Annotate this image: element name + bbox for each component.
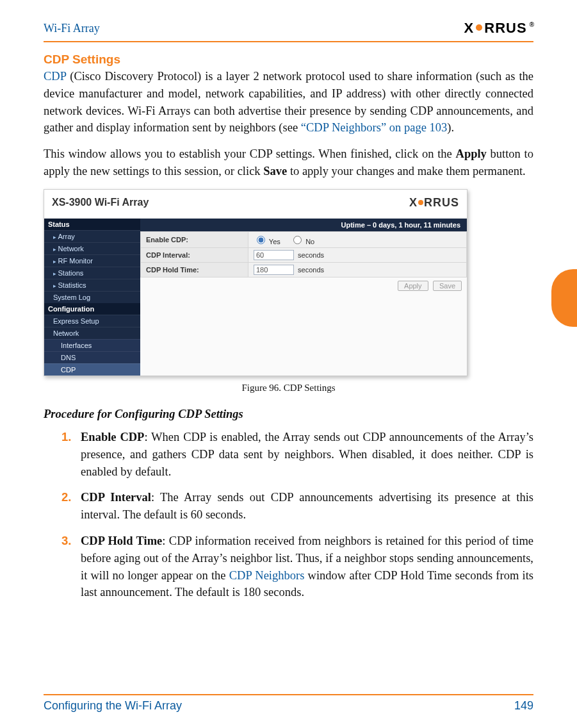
nav-status-header: Status <box>44 219 140 230</box>
apply-word: Apply <box>456 147 487 160</box>
save-button[interactable]: Save <box>433 281 462 291</box>
settings-table: Enable CDP: Yes No CDP Interval: <box>140 231 467 277</box>
nav-item-rfmonitor[interactable]: RF Monitor <box>44 254 140 267</box>
intro-text-1a: (Cisco Discovery Protocol) is a layer 2 … <box>44 70 533 134</box>
screenshot-titlebar: XS-3900 Wi-Fi Array X RRUS <box>44 190 467 219</box>
window-title: XS-3900 Wi-Fi Array <box>52 197 149 208</box>
nav-item-array[interactable]: Array <box>44 230 140 242</box>
intro-text-1b: ). <box>447 121 454 134</box>
step-3-link[interactable]: CDP Neighbors <box>229 569 305 582</box>
step-1: Enable CDP: When CDP is enabled, the Arr… <box>61 429 533 480</box>
step-2: CDP Interval: The Array sends out CDP an… <box>61 489 533 524</box>
step-1-text: : When CDP is enabled, the Array sends o… <box>81 431 533 478</box>
footer-left: Configuring the Wi-Fi Array <box>44 699 182 713</box>
page-number: 149 <box>514 699 533 713</box>
label-cdp-interval: CDP Interval: <box>141 247 248 262</box>
footer-row: Configuring the Wi-Fi Array 149 <box>44 699 533 713</box>
unit-cdp-interval: seconds <box>298 251 324 259</box>
input-cdp-interval[interactable] <box>254 250 294 260</box>
nav-item-systemlog[interactable]: System Log <box>44 291 140 303</box>
brand-letters: RRUS <box>484 20 526 37</box>
shot-brand-x: X <box>409 196 418 210</box>
input-cdp-hold[interactable] <box>254 265 294 275</box>
page: Wi-Fi Array X RRUS ® CDP Settings CDP (C… <box>0 0 577 728</box>
figure-caption: Figure 96. CDP Settings <box>44 383 533 393</box>
row-enable-cdp: Enable CDP: Yes No <box>141 231 467 247</box>
nav-item-network[interactable]: Network <box>44 242 140 254</box>
value-cdp-hold: seconds <box>248 262 466 277</box>
page-footer: Configuring the Wi-Fi Array 149 <box>44 694 533 713</box>
nav-sidebar: Status Array Network RF Monitor Stations… <box>44 219 140 376</box>
label-cdp-hold: CDP Hold Time: <box>141 262 248 277</box>
nav-sub-cdp[interactable]: CDP <box>44 363 140 376</box>
thumb-tab <box>551 269 577 327</box>
shot-brand-r: RRUS <box>424 196 459 210</box>
radio-no[interactable] <box>293 236 302 244</box>
radio-yes[interactable] <box>257 236 265 244</box>
cdp-link[interactable]: CDP <box>44 70 66 83</box>
shot-brand-dot-icon <box>418 200 423 205</box>
radio-no-label: No <box>305 238 314 245</box>
brand-logo: X RRUS ® <box>464 20 533 37</box>
brand-letter-x: X <box>464 20 475 37</box>
value-enable-cdp: Yes No <box>248 231 466 247</box>
nav-item-statistics[interactable]: Statistics <box>44 279 140 291</box>
row-cdp-interval: CDP Interval: seconds <box>141 247 467 262</box>
row-cdp-hold: CDP Hold Time: seconds <box>141 262 467 277</box>
step-3-title: CDP Hold Time <box>81 534 162 547</box>
value-cdp-interval: seconds <box>248 247 466 262</box>
radio-yes-label: Yes <box>269 238 280 245</box>
procedure-list: Enable CDP: When CDP is enabled, the Arr… <box>44 429 533 601</box>
screenshot: XS-3900 Wi-Fi Array X RRUS Status Array … <box>44 189 467 376</box>
p2-a: This window allows you to establish your… <box>44 147 456 160</box>
step-1-title: Enable CDP <box>81 431 144 443</box>
p2-c: to apply your changes and make them perm… <box>287 165 525 178</box>
doc-title: Wi-Fi Array <box>44 22 100 35</box>
radio-no-wrap[interactable]: No <box>290 238 314 245</box>
save-word: Save <box>263 165 287 178</box>
header-rule <box>44 41 533 42</box>
intro-paragraph-1: CDP (Cisco Discovery Protocol) is a laye… <box>44 68 533 136</box>
apply-button[interactable]: Apply <box>398 281 428 291</box>
radio-yes-wrap[interactable]: Yes <box>254 238 280 245</box>
screenshot-main: Uptime – 0 days, 1 hour, 11 minutes Enab… <box>140 219 467 376</box>
footer-rule <box>44 694 533 695</box>
section-heading: CDP Settings <box>44 53 533 67</box>
intro-paragraph-2: This window allows you to establish your… <box>44 145 533 180</box>
screenshot-brand: X RRUS <box>409 196 459 210</box>
nav-item-stations[interactable]: Stations <box>44 267 140 279</box>
figure-96: XS-3900 Wi-Fi Array X RRUS Status Array … <box>44 189 533 393</box>
procedure-heading: Procedure for Configuring CDP Settings <box>44 408 533 421</box>
nav-config-header: Configuration <box>44 303 140 315</box>
step-3: CDP Hold Time: CDP information received … <box>61 533 533 601</box>
nav-sub-interfaces[interactable]: Interfaces <box>44 339 140 351</box>
uptime-bar: Uptime – 0 days, 1 hour, 11 minutes <box>140 219 467 231</box>
registered-icon: ® <box>530 21 535 28</box>
nav-sub-dns[interactable]: DNS <box>44 351 140 363</box>
screenshot-body: Status Array Network RF Monitor Stations… <box>44 219 467 376</box>
cdp-neighbors-xref[interactable]: “CDP Neighbors” on page 103 <box>301 121 447 134</box>
nav-item-network2[interactable]: Network <box>44 327 140 339</box>
label-enable-cdp: Enable CDP: <box>141 231 248 247</box>
unit-cdp-hold: seconds <box>298 266 324 274</box>
page-header: Wi-Fi Array X RRUS ® <box>44 18 533 38</box>
brand-dot-icon <box>476 24 482 31</box>
screenshot-buttons: Apply Save <box>140 277 467 296</box>
nav-item-express[interactable]: Express Setup <box>44 315 140 327</box>
step-2-title: CDP Interval <box>81 491 151 504</box>
